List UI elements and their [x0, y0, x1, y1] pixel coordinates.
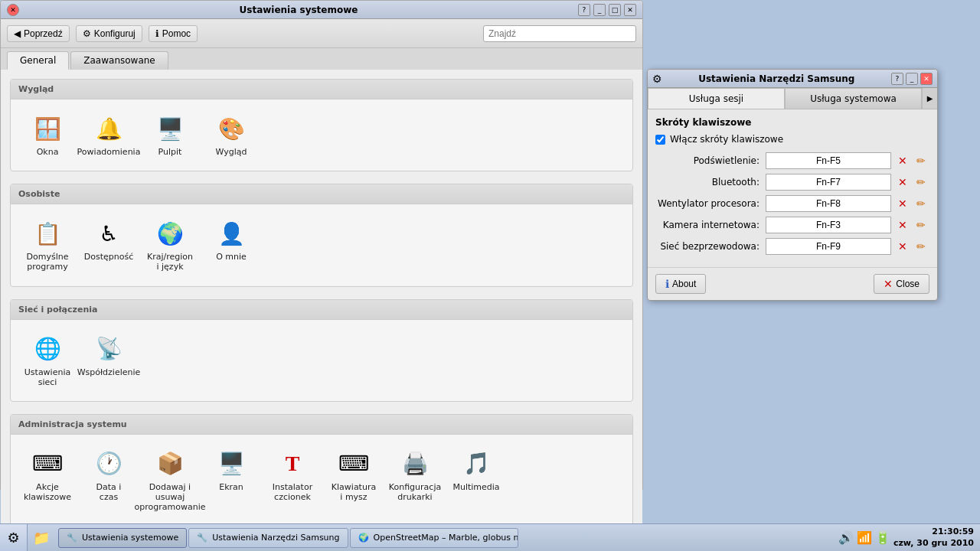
- taskbar: ⚙ 📁 🔧 Ustawienia systemowe 🔧 Ustawienia …: [0, 523, 980, 551]
- tab-advanced[interactable]: Zaawansowane: [70, 51, 168, 70]
- winclose-btn[interactable]: ✕: [624, 4, 636, 16]
- taskbar-app-0[interactable]: 🔧 Ustawienia systemowe: [58, 528, 187, 548]
- pulpit-label: Pulpit: [158, 147, 182, 157]
- app1-label: Ustawienia Narzędzi Samsung: [212, 533, 339, 543]
- shortcut-actions-3: ✕ ✏: [894, 217, 929, 233]
- shortcut-actions-2: ✕ ✏: [894, 195, 929, 212]
- title-bar-right: ? _ □ ✕: [578, 4, 636, 16]
- shortcut-label-0: Podświetlenie:: [655, 155, 766, 166]
- samsung-title-right: ? _ ✕: [891, 73, 933, 85]
- data-icon: 🕐: [93, 448, 124, 479]
- shortcut-clear-0[interactable]: ✕: [894, 152, 911, 169]
- main-title-bar: ✕ Ustawienia systemowe ? _ □ ✕: [1, 1, 642, 19]
- help-button[interactable]: ℹ Pomoc: [149, 25, 198, 42]
- config-button[interactable]: ⚙ Konfiguruj: [76, 25, 142, 42]
- item-domyslne[interactable]: 📋 Domyślne programy: [20, 214, 75, 276]
- shortcut-row-4: Sieć bezprzewodowa: ✕ ✏: [655, 238, 929, 255]
- enable-shortcuts-checkbox[interactable]: [655, 135, 665, 145]
- item-pulpit[interactable]: 🖥️ Pulpit: [142, 109, 198, 161]
- shortcut-input-3[interactable]: [766, 217, 891, 233]
- taskbar-app-1[interactable]: 🔧 Ustawienia Narzędzi Samsung: [188, 528, 348, 548]
- kraj-label: Kraj/region i język: [147, 252, 193, 272]
- close-button[interactable]: ✕: [7, 4, 19, 16]
- tab-general[interactable]: General: [7, 51, 69, 70]
- item-ekran[interactable]: 🖥️ Ekran: [204, 444, 259, 517]
- akcje-label: Akcje klawiszowe: [24, 482, 71, 502]
- section-siec-title: Sieć i połączenia: [11, 300, 632, 320]
- multimedia-label: Multimedia: [452, 482, 499, 492]
- item-instalator[interactable]: T Instalator czcionek: [265, 444, 320, 517]
- tab-bar: General Zaawansowane: [1, 48, 642, 70]
- item-okna[interactable]: 🪟 Okna: [20, 109, 75, 161]
- shortcut-edit-2[interactable]: ✏: [913, 195, 929, 212]
- shortcut-clear-1[interactable]: ✕: [894, 174, 911, 191]
- shortcut-input-4[interactable]: [766, 238, 891, 255]
- close-dialog-button[interactable]: ✕ Close: [874, 274, 929, 294]
- shortcut-row-2: Wentylator procesora: ✕ ✏: [655, 195, 929, 212]
- shortcut-input-2[interactable]: [766, 195, 891, 212]
- app0-icon: 🔧: [67, 533, 77, 543]
- tab-session[interactable]: Usługa sesji: [648, 88, 785, 109]
- tab-system-service[interactable]: Usługa systemowa: [785, 88, 922, 109]
- shortcut-input-0[interactable]: [766, 152, 891, 169]
- item-data[interactable]: 🕐 Data i czas: [81, 444, 136, 517]
- item-konfiguracja[interactable]: 🖨️ Konfiguracja drukarki: [387, 444, 443, 517]
- section-wyglad: Wygląd 🪟 Okna 🔔 Powiadomienia 🖥️ Pulpit …: [10, 79, 633, 171]
- item-kraj[interactable]: 🌍 Kraj/region i język: [142, 214, 198, 276]
- item-wyglad[interactable]: 🎨 Wygląd: [204, 109, 259, 161]
- section-administracja: Administracja systemu ⌨️ Akcje klawiszow…: [10, 414, 633, 527]
- tab-arrow[interactable]: ▶: [922, 88, 937, 109]
- section-siec-items: 🌐 Ustawienia sieci 📡 Współdzielenie: [11, 320, 632, 401]
- klawiatura-icon: ⌨️: [338, 448, 369, 479]
- shortcut-row-0: Podświetlenie: ✕ ✏: [655, 152, 929, 169]
- taskbar-app-2[interactable]: 🌍 OpenStreetMap – Marble, globus na p...: [350, 528, 518, 548]
- shortcut-clear-2[interactable]: ✕: [894, 195, 911, 212]
- shortcut-clear-4[interactable]: ✕: [894, 238, 911, 255]
- shortcut-clear-3[interactable]: ✕: [894, 217, 911, 233]
- shortcut-label-2: Wentylator procesora:: [655, 198, 766, 209]
- network-tray-icon[interactable]: 📶: [857, 530, 872, 545]
- konfiguracja-label: Konfiguracja drukarki: [389, 482, 441, 502]
- shortcut-edit-1[interactable]: ✏: [913, 174, 929, 191]
- back-icon: ◀: [14, 28, 21, 39]
- enable-shortcuts-row: Włącz skróty klawiszowe: [655, 134, 929, 145]
- back-button[interactable]: ◀ Poprzedź: [7, 25, 70, 42]
- dostepnosc-icon: ♿: [93, 218, 124, 249]
- powiadomienia-icon: 🔔: [93, 113, 124, 144]
- clock-time: 21:30:59: [893, 527, 974, 537]
- section-osobiste-items: 📋 Domyślne programy ♿ Dostępność 🌍 Kraj/…: [11, 204, 632, 285]
- item-klawiatura[interactable]: ⌨️ Klawiatura i mysz: [326, 444, 381, 517]
- shortcut-edit-4[interactable]: ✏: [913, 238, 929, 255]
- title-bar-left: ✕: [7, 4, 19, 16]
- section-osobiste-title: Osobiste: [11, 184, 632, 204]
- item-omnie[interactable]: 👤 O mnie: [204, 214, 259, 276]
- samsung-min-btn[interactable]: _: [906, 73, 918, 85]
- samsung-help-btn[interactable]: ?: [891, 73, 903, 85]
- section-wyglad-title: Wygląd: [11, 80, 632, 99]
- item-wspoldzielenie[interactable]: 📡 Współdzielenie: [81, 329, 136, 392]
- shortcut-input-1[interactable]: [766, 174, 891, 191]
- item-dostepnosc[interactable]: ♿ Dostępność: [81, 214, 136, 276]
- item-akcje[interactable]: ⌨️ Akcje klawiszowe: [20, 444, 75, 517]
- item-ustawienia-sieci[interactable]: 🌐 Ustawienia sieci: [20, 329, 75, 392]
- search-input[interactable]: [483, 25, 636, 42]
- samsung-close-btn[interactable]: ✕: [920, 73, 933, 85]
- shortcut-edit-3[interactable]: ✏: [913, 217, 929, 233]
- minimize-btn[interactable]: _: [593, 4, 606, 16]
- taskbar-apps: 🔧 Ustawienia systemowe 🔧 Ustawienia Narz…: [58, 528, 832, 548]
- app2-label: OpenStreetMap – Marble, globus na p...: [374, 533, 518, 543]
- item-dodawaj[interactable]: 📦 Dodawaj i usuwaj oprogramowanie: [142, 444, 198, 517]
- about-button[interactable]: ℹ About: [655, 274, 706, 294]
- volume-icon[interactable]: 🔊: [838, 530, 854, 545]
- shortcut-row-1: Bluetooth: ✕ ✏: [655, 174, 929, 191]
- shortcut-edit-0[interactable]: ✏: [913, 152, 929, 169]
- help-window-btn[interactable]: ?: [578, 4, 590, 16]
- samsung-tab-bar: Usługa sesji Usługa systemowa ▶: [648, 88, 937, 109]
- section-administracja-title: Administracja systemu: [11, 415, 632, 435]
- item-powiadomienia[interactable]: 🔔 Powiadomienia: [81, 109, 136, 161]
- item-multimedia[interactable]: 🎵 Multimedia: [449, 444, 504, 517]
- maximize-btn[interactable]: □: [609, 4, 621, 16]
- taskbar-files-icon[interactable]: 📁: [28, 524, 55, 552]
- start-button[interactable]: ⚙: [0, 524, 28, 552]
- battery-icon[interactable]: 🔋: [875, 530, 890, 545]
